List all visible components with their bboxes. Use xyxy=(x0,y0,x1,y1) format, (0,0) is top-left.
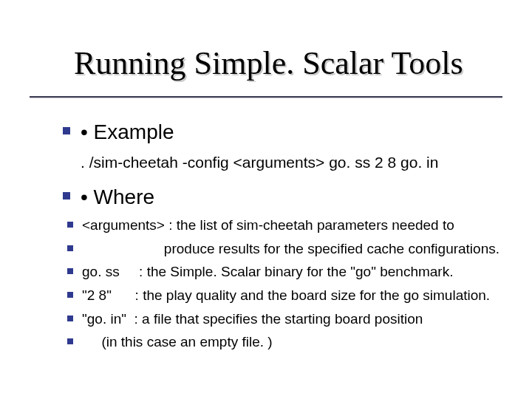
example-heading-row: • Example xyxy=(63,118,506,146)
square-bullet-icon xyxy=(67,292,73,298)
where-line-row: produce results for the specified cache … xyxy=(63,239,506,259)
where-line: "2 8" : the play quality and the board s… xyxy=(82,286,490,305)
where-line: (in this case an empty file. ) xyxy=(82,332,273,352)
where-line-row: "2 8" : the play quality and the board s… xyxy=(63,286,506,305)
square-bullet-icon xyxy=(63,127,70,134)
where-line: produce results for the specified cache … xyxy=(82,239,499,259)
slide-body: • Example . /sim-cheetah -config <argume… xyxy=(63,118,506,356)
title-underline xyxy=(30,96,502,98)
where-line-row: <arguments> : the list of sim-cheetah pa… xyxy=(63,216,506,235)
example-command: . /sim-cheetah -config <arguments> go. s… xyxy=(81,152,506,173)
where-line-row: go. ss : the Simple. Scalar binary for t… xyxy=(63,262,506,282)
square-bullet-icon xyxy=(67,245,73,251)
where-line: "go. in" : a file that specifies the sta… xyxy=(82,310,423,329)
where-heading: • Where xyxy=(81,183,154,211)
where-line: go. ss : the Simple. Scalar binary for t… xyxy=(82,262,453,282)
where-line: <arguments> : the list of sim-cheetah pa… xyxy=(82,216,454,235)
where-heading-row: • Where xyxy=(63,183,506,211)
example-heading: • Example xyxy=(81,118,174,146)
slide: Running Simple. Scalar Tools Running Sim… xyxy=(0,0,532,399)
square-bullet-icon xyxy=(63,192,70,200)
square-bullet-icon xyxy=(67,222,73,228)
square-bullet-icon xyxy=(67,338,73,344)
where-line-row: (in this case an empty file. ) xyxy=(63,332,506,352)
where-line-row: "go. in" : a file that specifies the sta… xyxy=(63,310,506,329)
square-bullet-icon xyxy=(67,268,73,274)
square-bullet-icon xyxy=(67,316,73,321)
slide-title: Running Simple. Scalar Tools xyxy=(74,44,463,82)
